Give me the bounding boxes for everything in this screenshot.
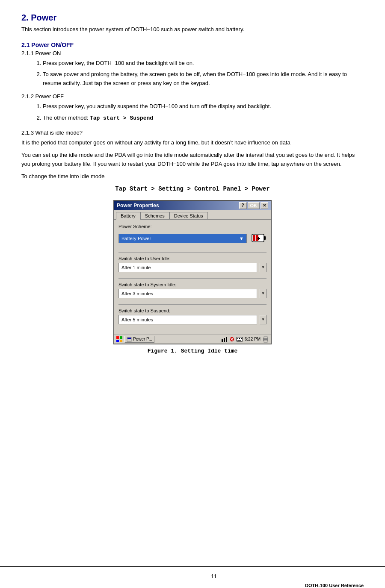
svg-rect-24 (264, 337, 267, 338)
user-idle-value: After 1 minute (121, 265, 151, 270)
power-scheme-label: Power Scheme: (118, 224, 267, 229)
window-titlebar: Power Properties ? OK ✕ (114, 201, 271, 210)
power-properties-window: Power Properties ? OK ✕ Battery Schemes … (113, 200, 272, 344)
system-idle-dropdown[interactable]: After 3 minutes (118, 289, 257, 298)
idle-paragraph-3: To change the time into idle mode (21, 172, 364, 181)
svg-rect-8 (116, 340, 119, 342)
suspend-dropdown[interactable]: After 5 minutes (118, 315, 257, 324)
idle-command: Tap Start > Setting > Control Panel > Po… (21, 185, 364, 192)
suspend-row: After 5 minutes ▼ (118, 315, 267, 324)
power-on-list: Press power key, the DOTH−100 and the ba… (43, 59, 364, 88)
network-icon (221, 336, 228, 343)
window-tabs: Battery Schemes Device Status (114, 210, 271, 219)
idle-paragraph-2: You can set up the idle mode and the PDA… (21, 151, 364, 169)
figure-caption: Figure 1. Setting Idle time (148, 348, 238, 354)
subsubsection-2-1-1: 2.1.1 Power ON (21, 50, 364, 56)
tap-command-suspend: Tap start > Suspend (90, 115, 153, 121)
user-idle-dropdown[interactable]: After 1 minute (118, 263, 257, 272)
user-idle-label: Switch state to User Idle: (118, 256, 267, 261)
status-time: 6:22 PM (245, 337, 261, 341)
svg-rect-21 (241, 338, 242, 339)
figure-container: Power Properties ? OK ✕ Battery Schemes … (21, 200, 364, 354)
keyboard-icon (236, 337, 243, 342)
list-item: Press power key, you actually suspend th… (43, 102, 364, 111)
svg-rect-13 (224, 338, 225, 342)
svg-rect-18 (237, 337, 243, 341)
printer-icon (262, 336, 269, 343)
subsubsection-2-1-3: 2.1.3 What is idle mode? (21, 129, 364, 136)
system-idle-label: Switch state to System Idle: (118, 282, 267, 287)
x-icon (229, 337, 234, 342)
window-statusbar: Power P... (114, 335, 271, 344)
divider-3 (118, 304, 267, 305)
svg-rect-1 (264, 236, 266, 240)
window-title: Power Properties (117, 203, 159, 209)
ok-button[interactable]: OK (248, 202, 260, 209)
tab-device-status[interactable]: Device Status (169, 212, 208, 219)
status-task-bar[interactable]: Power P... (124, 336, 154, 343)
footer-line (0, 566, 385, 567)
tab-schemes[interactable]: Schemes (140, 212, 169, 219)
suspend-arrow[interactable]: ▼ (260, 315, 267, 324)
system-idle-row: After 3 minutes ▼ (118, 289, 267, 298)
svg-rect-9 (120, 340, 122, 342)
list-item: The other method: Tap start > Suspend (43, 114, 364, 123)
intro-text: This section introduces the power system… (21, 25, 364, 34)
dropdown-arrow-icon: ▼ (239, 236, 244, 241)
user-idle-row: After 1 minute ▼ (118, 263, 267, 272)
power-scheme-dropdown[interactable]: Battery Power ▼ (118, 234, 247, 243)
subsection-2-1: 2.1 Power ON/OFF (21, 41, 364, 48)
suspend-label: Switch state to Suspend: (118, 308, 267, 313)
suspend-value: After 5 minutes (121, 317, 153, 322)
svg-rect-14 (226, 337, 227, 342)
svg-rect-11 (127, 338, 131, 339)
window-content: Power Scheme: Battery Power ▼ (114, 219, 271, 335)
svg-rect-6 (116, 336, 119, 339)
subsubsection-2-1-2: 2.1.2 Power OFF (21, 93, 364, 100)
list-item: Press power key, the DOTH−100 and the ba… (43, 59, 364, 68)
power-scheme-value: Battery Power (121, 236, 151, 241)
page-number: 11 (21, 573, 385, 579)
start-icon[interactable] (116, 336, 123, 343)
system-idle-value: After 3 minutes (121, 291, 153, 296)
power-scheme-row: Battery Power ▼ (118, 231, 267, 246)
divider-2 (118, 278, 267, 279)
idle-paragraph-1: It is the period that computer goes on w… (21, 138, 364, 147)
help-button[interactable]: ? (239, 202, 247, 209)
svg-rect-12 (222, 339, 223, 342)
list-item: To save power and prolong the battery, t… (43, 70, 364, 88)
svg-rect-25 (264, 340, 267, 342)
titlebar-buttons: ? OK ✕ (239, 202, 269, 209)
svg-rect-7 (120, 336, 122, 339)
close-button[interactable]: ✕ (261, 202, 268, 209)
svg-rect-20 (239, 338, 240, 339)
svg-rect-2 (253, 235, 255, 241)
system-idle-arrow[interactable]: ▼ (260, 289, 267, 298)
footer-brand: DOTH-100 User Reference (305, 583, 364, 588)
svg-rect-22 (237, 340, 241, 341)
power-off-list: Press power key, you actually suspend th… (43, 102, 364, 123)
tab-battery[interactable]: Battery (116, 212, 140, 220)
battery-icon (251, 231, 267, 246)
status-task-label: Power P... (133, 337, 152, 341)
divider-1 (118, 252, 267, 253)
section-title: 2. Power (21, 13, 364, 23)
user-idle-arrow[interactable]: ▼ (260, 263, 267, 272)
svg-rect-19 (237, 338, 238, 339)
